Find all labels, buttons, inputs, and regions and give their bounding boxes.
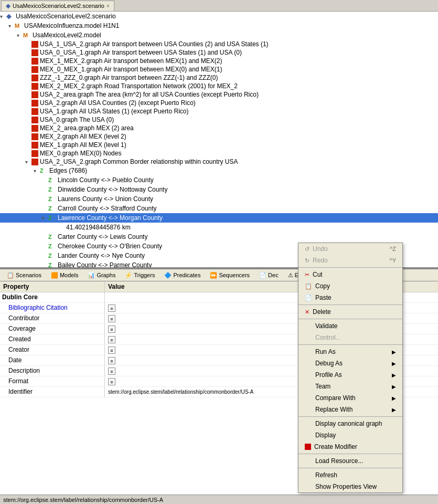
ctx-item-replacewith[interactable]: Replace With ▶ [298, 404, 402, 415]
graph-icon [31, 117, 38, 123]
ctx-item-createmodifier[interactable]: Create Modifier [298, 441, 402, 453]
ctx-item-displaycanonical[interactable]: Display canonical graph [298, 418, 402, 429]
cut-icon: ✂ [305, 271, 309, 278]
ctx-item-comparewith[interactable]: Compare With ▶ [298, 392, 402, 404]
tree-arrow: ▾ [0, 14, 6, 19]
tree-item[interactable]: USA_2.graph All USA Counties (2) (except… [0, 99, 438, 107]
ctx-item-left: Create Modifier [305, 443, 357, 450]
tab-sequencers[interactable]: ⏩Sequencers [205, 270, 254, 280]
tree-item-label: MEX_2.graph All MEX (level 2) [40, 133, 126, 140]
prop-label: Creator [0, 345, 105, 355]
scenario-tab[interactable]: ◆ UsaMexicoScenarioLevel2.scenario × [1, 1, 114, 11]
ctx-separator [298, 344, 402, 345]
edge-icon: Z [48, 214, 57, 222]
ctx-item-cut[interactable]: ✂ Cut [298, 269, 402, 280]
prop-label: Created [0, 334, 105, 344]
tree-item[interactable]: MEX_2_area.graph MEX (2) area [0, 124, 438, 132]
prop-label: Bibliographic Citation [0, 303, 105, 313]
model-icon: M [15, 22, 23, 30]
ctx-separator [298, 468, 402, 468]
tree-arrow: ▾ [34, 168, 40, 174]
ctx-item-left: Compare With [305, 394, 356, 402]
ctx-label-validate: Validate [315, 322, 337, 330]
ctx-label-showprops: Show Properties View [315, 483, 377, 490]
tree-item[interactable]: MEX_0_MEX_1.graph Air transport between … [0, 65, 438, 74]
ctx-item-profileas[interactable]: Profile As ▶ [298, 369, 402, 381]
tree-item[interactable]: ▾MUSAMexicoInfluenza.model H1N1 [0, 21, 438, 30]
tree-item[interactable]: MEX_2_MEX_2.graph Road Transportation Ne… [0, 82, 438, 90]
tree-item-label: MEX_1_MEX_2.graph Air transport between … [40, 57, 222, 65]
tree-item[interactable]: ZLincoln County <-> Pueblo County [0, 175, 438, 185]
ctx-item-redo: ↻ Redo ^Y [298, 255, 402, 266]
tree-item[interactable]: USA_0_USA_1.graph Air transport between … [0, 48, 438, 57]
tree-item[interactable]: ▾USA_2_USA_2.graph Common Border relatio… [0, 158, 438, 166]
ctx-item-display[interactable]: Display [298, 429, 402, 441]
tab-models[interactable]: 🟧Models [46, 270, 83, 280]
ctx-separator [298, 304, 402, 305]
tree-item[interactable]: USA_2_area.graph The area (km^2) for all… [0, 90, 438, 99]
ctx-item-left: Display [305, 432, 336, 439]
tree-item[interactable]: ZZZ_-1_ZZZ_0.graph Air transport between… [0, 74, 438, 82]
status-text: stem://org.eclipse.stem/label/relationsh… [3, 497, 163, 503]
tab-predicates[interactable]: 🔷Predicates [159, 270, 205, 280]
list-icon: ≡ [108, 346, 115, 354]
ctx-item-left: ✂ Cut [305, 271, 323, 278]
tree-item-label: Dinwiddie County <-> Nottoway County [58, 186, 167, 193]
ctx-item-showprops[interactable]: Show Properties View [298, 481, 402, 492]
ctx-label-redo: Redo [313, 257, 328, 264]
ctx-item-left: Replace With [305, 406, 352, 413]
edge-icon: Z [40, 166, 48, 175]
ctx-item-debugas[interactable]: Debug As ▶ [298, 358, 402, 369]
tree-view[interactable]: ▾◆UsaMexicoScenarioLevel2.scenario▾MUSAM… [0, 12, 438, 269]
ctx-item-validate[interactable]: Validate [298, 320, 402, 332]
model-icon: M [23, 31, 31, 39]
tab-triggers[interactable]: ⚡Triggers [120, 270, 159, 280]
tab-icon-erro: ⚠ [288, 272, 293, 279]
tree-item[interactable]: MEX_1_MEX_2.graph Air transport between … [0, 57, 438, 65]
tree-item[interactable]: ▾MUsaMexicoLevel2.model [0, 30, 438, 40]
ctx-item-team[interactable]: Team ▶ [298, 381, 402, 392]
close-tab-button[interactable]: × [106, 3, 110, 9]
tree-item[interactable]: USA_1_USA_2.graph Air transport between … [0, 40, 438, 48]
tree-item[interactable]: MEX_1.graph All MEX (level 1) [0, 141, 438, 149]
tree-item[interactable]: ▾◆UsaMexicoScenarioLevel2.scenario [0, 12, 438, 21]
ctx-item-runas[interactable]: Run As ▶ [298, 346, 402, 358]
tree-item[interactable]: ▾ZEdges (7686) [0, 166, 438, 175]
ctx-item-loadresource[interactable]: Load Resource... [298, 455, 402, 467]
tree-item[interactable]: ZCarroll County <-> Strafford County [0, 204, 438, 213]
tree-item[interactable]: USA_1.graph All USA States (1) (except P… [0, 107, 438, 116]
submenu-arrow: ▶ [392, 395, 396, 401]
tab-icon-triggers: ⚡ [125, 272, 132, 279]
tab-scenarios[interactable]: 📋Scenarios [2, 270, 46, 280]
ctx-item-left: ✕ Delete [305, 308, 331, 316]
ctx-item-delete[interactable]: ✕ Delete [298, 306, 402, 318]
tree-item[interactable]: ZLaurens County <-> Union County [0, 194, 438, 204]
ctx-label-refresh: Refresh [315, 471, 337, 479]
tree-item-label: Lawrence County <-> Morgan County [58, 214, 163, 222]
tree-item-label: USA_2_USA_2.graph Common Border relation… [40, 158, 238, 165]
prop-label: Format [0, 376, 105, 386]
tree-item-label: USAMexicoInfluenza.model H1N1 [24, 22, 119, 29]
tab-icon-predicates: 🔷 [164, 272, 172, 279]
tree-item[interactable]: MEX_0.graph MEX(0) Nodes [0, 149, 438, 158]
tab-dec[interactable]: 📄Dec [254, 270, 283, 280]
delete-icon: ✕ [305, 309, 309, 316]
ctx-item-refresh[interactable]: Refresh [298, 469, 402, 481]
tree-item[interactable]: 41.4021948445876 km [0, 223, 438, 232]
tree-item-label: UsaMexicoScenarioLevel2.scenario [16, 13, 116, 20]
tree-item[interactable]: ZCarter County <-> Lewis County [0, 232, 438, 242]
tree-item-label: MEX_0_MEX_1.graph Air transport between … [40, 66, 222, 73]
tree-item[interactable]: USA_0.graph The USA (0) [0, 116, 438, 124]
ctx-separator [298, 319, 402, 319]
ctx-label-undo: Undo [313, 245, 328, 253]
list-icon: ≡ [108, 336, 115, 343]
ctx-item-paste[interactable]: 📄 Paste [298, 292, 402, 303]
ctx-separator [298, 454, 402, 454]
tab-graphs[interactable]: 📊Graphs [83, 270, 120, 280]
tree-item[interactable]: ZDinwiddie County <-> Nottoway County [0, 185, 438, 194]
tree-item[interactable]: ▾ZLawrence County <-> Morgan County [0, 213, 438, 223]
paste-icon: 📄 [305, 295, 312, 301]
ctx-item-left: ↺ Undo [305, 245, 328, 253]
ctx-item-copy[interactable]: 📋 Copy [298, 280, 402, 292]
tree-item[interactable]: MEX_2.graph All MEX (level 2) [0, 132, 438, 141]
